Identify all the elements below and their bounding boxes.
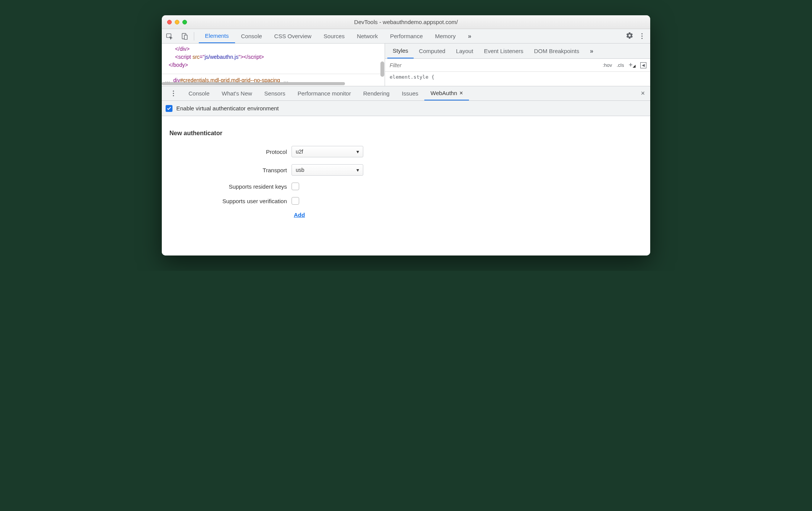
vertical-scrollbar[interactable] [380, 44, 384, 86]
tab-event-listeners[interactable]: Event Listeners [478, 44, 528, 58]
titlebar: DevTools - webauthndemo.appspot.com/ [162, 15, 650, 29]
add-authenticator-button[interactable]: Add [294, 212, 305, 218]
styles-panel: Styles Computed Layout Event Listeners D… [385, 44, 650, 86]
svg-rect-2 [184, 35, 187, 39]
drawer-tab-issues[interactable]: Issues [396, 86, 424, 100]
enable-virtual-auth-label: Enable virtual authenticator environment [176, 105, 279, 112]
tab-performance[interactable]: Performance [384, 29, 429, 43]
tab-layout[interactable]: Layout [451, 44, 478, 58]
styles-rule[interactable]: element.style { [385, 72, 650, 82]
hov-toggle[interactable]: :hov [603, 62, 612, 68]
panels: </div> <script src="js/webauthn.js"></sc… [162, 44, 650, 86]
more-options-button[interactable] [639, 33, 645, 39]
enable-virtual-auth-checkbox[interactable] [166, 105, 172, 112]
window-title: DevTools - webauthndemo.appspot.com/ [162, 19, 650, 25]
webauthn-panel: Enable virtual authenticator environment… [162, 101, 650, 255]
divider [194, 32, 194, 40]
new-authenticator-form: New authenticator Protocol u2f ▾ Transpo… [162, 116, 650, 255]
drawer-close-button[interactable]: × [641, 89, 650, 97]
new-authenticator-heading: New authenticator [169, 130, 643, 137]
more-tabs-button[interactable]: » [462, 29, 477, 43]
tab-console[interactable]: Console [235, 29, 268, 43]
chevron-down-icon: ▾ [356, 149, 359, 155]
tab-memory[interactable]: Memory [429, 29, 462, 43]
cls-toggle[interactable]: .cls [617, 62, 624, 68]
more-styles-tabs-button[interactable]: » [585, 44, 599, 58]
resident-keys-label: Supports resident keys [169, 183, 292, 190]
settings-button[interactable] [626, 32, 633, 41]
protocol-label: Protocol [169, 149, 292, 155]
drawer-tabs: Console What's New Sensors Performance m… [162, 86, 650, 101]
styles-filter-bar: :hov .cls +◢ ◀ [385, 59, 650, 72]
devtools-window: DevTools - webauthndemo.appspot.com/ Ele… [162, 15, 650, 255]
elements-dom-panel[interactable]: </div> <script src="js/webauthn.js"></sc… [162, 44, 385, 86]
tab-dom-breakpoints[interactable]: DOM Breakpoints [529, 44, 585, 58]
transport-label: Transport [169, 167, 292, 173]
user-verification-label: Supports user verification [169, 198, 292, 204]
dom-tree[interactable]: </div> <script src="js/webauthn.js"></sc… [162, 44, 385, 74]
drawer-tab-perfmon[interactable]: Performance monitor [292, 86, 357, 100]
drawer-more-button[interactable] [164, 86, 182, 100]
drawer-tab-webauthn[interactable]: WebAuthn× [424, 86, 469, 100]
main-tabs: Elements Console CSS Overview Sources Ne… [199, 29, 477, 43]
tab-computed[interactable]: Computed [414, 44, 451, 58]
tab-sources[interactable]: Sources [317, 29, 351, 43]
drawer-tab-sensors[interactable]: Sensors [258, 86, 292, 100]
resident-keys-checkbox[interactable] [292, 183, 299, 190]
tab-css-overview[interactable]: CSS Overview [268, 29, 318, 43]
main-toolbar: Elements Console CSS Overview Sources Ne… [162, 29, 650, 44]
toolbar-right [626, 32, 650, 41]
new-style-rule-button[interactable]: +◢ [628, 61, 636, 69]
styles-filter-input[interactable] [385, 62, 603, 68]
gear-icon [626, 32, 633, 39]
inspect-element-button[interactable] [162, 32, 177, 40]
protocol-select[interactable]: u2f ▾ [292, 146, 363, 157]
check-icon [166, 106, 172, 111]
user-verification-checkbox[interactable] [292, 197, 299, 205]
drawer-tab-whatsnew[interactable]: What's New [216, 86, 258, 100]
tab-elements[interactable]: Elements [199, 29, 235, 43]
close-icon[interactable]: × [459, 90, 463, 97]
drawer-tab-rendering[interactable]: Rendering [357, 86, 396, 100]
tab-styles[interactable]: Styles [387, 44, 414, 58]
transport-select[interactable]: usb ▾ [292, 164, 363, 176]
tab-network[interactable]: Network [351, 29, 384, 43]
toggle-computed-sidebar-button[interactable]: ◀ [640, 62, 646, 68]
chevron-down-icon: ▾ [356, 167, 359, 173]
device-toggle-button[interactable] [177, 32, 192, 40]
enable-virtual-auth-row[interactable]: Enable virtual authenticator environment [162, 101, 650, 116]
drawer-tab-console[interactable]: Console [182, 86, 216, 100]
styles-tabs: Styles Computed Layout Event Listeners D… [385, 44, 650, 59]
